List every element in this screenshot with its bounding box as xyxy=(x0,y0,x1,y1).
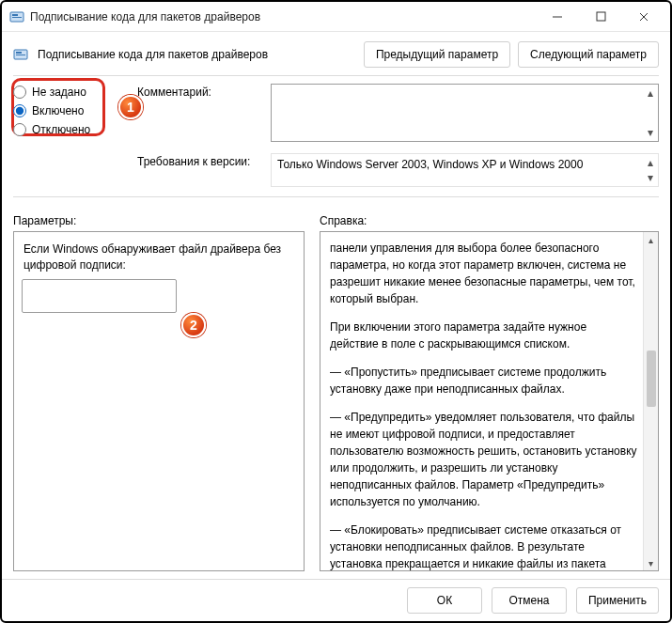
help-p2: При включении этого параметра задайте ну… xyxy=(330,319,637,352)
close-button[interactable] xyxy=(631,4,657,30)
scroll-down-icon[interactable]: ▾ xyxy=(648,171,653,184)
comment-label: Комментарий: xyxy=(137,84,261,99)
radio-enabled-label: Включено xyxy=(32,104,84,117)
scroll-up-icon[interactable]: ▴ xyxy=(648,156,653,169)
help-label: Справка: xyxy=(320,214,659,231)
requirements-box: Только Windows Server 2003, Windows XP и… xyxy=(271,153,659,187)
radio-disabled-input[interactable] xyxy=(13,123,26,136)
minimize-button[interactable] xyxy=(544,4,570,30)
parameters-text: Если Windows обнаруживает файл драйвера … xyxy=(23,241,294,273)
chevron-down-icon: ⌄ xyxy=(157,289,165,302)
svg-rect-8 xyxy=(16,52,22,54)
app-icon xyxy=(9,9,24,24)
comment-textarea[interactable]: ▴ ▾ xyxy=(271,84,659,142)
maximize-button[interactable] xyxy=(587,4,614,30)
callout-2: 2 xyxy=(181,313,206,337)
radio-disabled[interactable]: Отключено xyxy=(13,123,126,136)
svg-rect-2 xyxy=(12,17,22,18)
help-p3: — «Пропустить» предписывает системе прод… xyxy=(330,364,637,397)
svg-rect-4 xyxy=(597,12,605,21)
divider xyxy=(13,196,659,197)
help-box: панели управления для выбора более безоп… xyxy=(320,231,659,571)
policy-icon xyxy=(13,47,28,62)
policy-title: Подписывание кода для пакетов драйверов xyxy=(38,48,354,61)
radio-not-configured-label: Не задано xyxy=(32,86,86,99)
help-p5: — «Блокировать» предписывает системе отк… xyxy=(330,522,637,571)
callout-1: 1 xyxy=(118,95,143,119)
radio-not-configured[interactable]: Не задано xyxy=(13,86,126,99)
parameters-box: Если Windows обнаруживает файл драйвера … xyxy=(13,231,305,571)
ok-button[interactable]: ОК xyxy=(407,587,482,614)
window-title: Подписывание кода для пакетов драйверов xyxy=(30,10,544,23)
scroll-up-icon[interactable]: ▴ xyxy=(648,86,653,100)
scroll-up-icon[interactable]: ▴ xyxy=(644,232,659,247)
requirements-value: Только Windows Server 2003, Windows XP и… xyxy=(277,158,652,171)
radio-not-configured-input[interactable] xyxy=(13,86,26,99)
scroll-down-icon[interactable]: ▾ xyxy=(648,126,653,139)
scroll-thumb[interactable] xyxy=(647,350,656,407)
radio-disabled-label: Отключено xyxy=(32,123,90,136)
parameters-label: Параметры: xyxy=(13,214,305,231)
help-p1: панели управления для выбора более безоп… xyxy=(330,240,637,307)
requirements-label: Требования к версии: xyxy=(137,153,261,168)
apply-button[interactable]: Применить xyxy=(576,587,659,614)
action-dropdown[interactable]: Пропустить ⌄ xyxy=(23,285,172,307)
dropdown-value: Пропустить xyxy=(30,289,90,303)
svg-rect-9 xyxy=(16,55,25,55)
divider xyxy=(13,75,659,76)
help-p4: — «Предупредить» уведомляет пользователя… xyxy=(330,409,637,510)
next-setting-button[interactable]: Следующий параметр xyxy=(518,41,659,68)
help-scrollbar[interactable]: ▴ ▾ xyxy=(643,232,658,570)
radio-enabled[interactable]: Включено xyxy=(13,104,126,117)
scroll-down-icon[interactable]: ▾ xyxy=(644,555,659,570)
svg-rect-1 xyxy=(12,14,18,16)
radio-enabled-input[interactable] xyxy=(13,104,26,117)
previous-setting-button[interactable]: Предыдущий параметр xyxy=(364,41,510,68)
cancel-button[interactable]: Отмена xyxy=(492,587,567,614)
